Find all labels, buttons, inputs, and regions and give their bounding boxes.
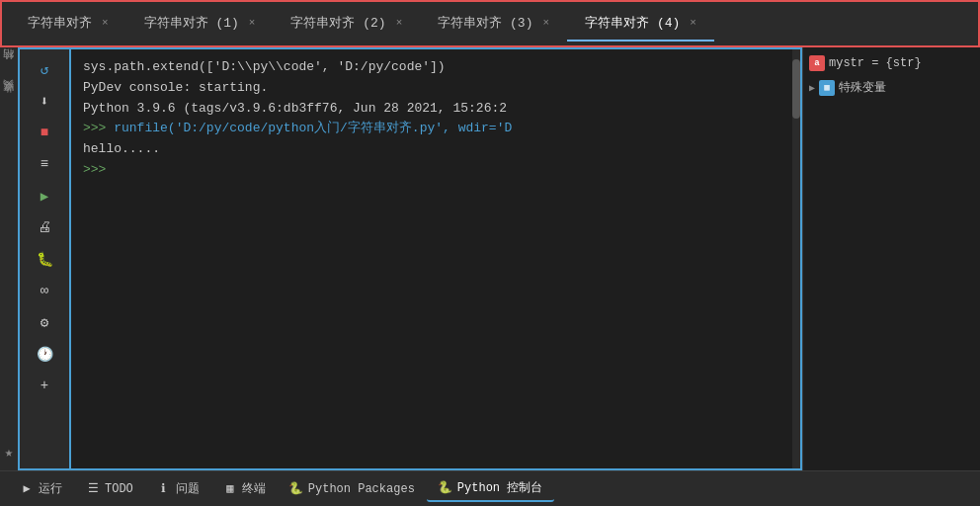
- tab-close-tab2[interactable]: ×: [249, 18, 256, 29]
- bottom-btn-label-4: Python Packages: [308, 482, 415, 496]
- run-button[interactable]: ▶: [29, 182, 60, 210]
- bottom-btn-label-2: 问题: [176, 480, 200, 497]
- tab-tab5[interactable]: 字符串对齐 (4)×: [567, 6, 714, 42]
- bottom-btn-icon-1: ☰: [86, 482, 100, 496]
- bottom-btn-icon-5: 🐍: [439, 481, 452, 495]
- loop-button[interactable]: ∞: [29, 277, 60, 304]
- tab-tab2[interactable]: 字符串对齐 (1)×: [126, 6, 274, 42]
- console-area: sys.path.extend(['D:\\py\\code', 'D:/py/…: [69, 47, 802, 470]
- console-output: sys.path.extend(['D:\\py\\code', 'D:/py/…: [71, 49, 800, 468]
- tab-label-tab3: 字符串对齐 (2): [290, 14, 385, 32]
- console-line-5: >>> runfile('D:/py/code/python入门/字符串对齐.p…: [83, 119, 788, 139]
- bottom-btn-2[interactable]: ℹ问题: [145, 476, 211, 501]
- tab-close-tab4[interactable]: ×: [542, 18, 549, 29]
- main-window: 字符串对齐×字符串对齐 (1)×字符串对齐 (2)×字符串对齐 (3)×字符串对…: [0, 0, 980, 506]
- console-line-4: Python 3.9.6 (tags/v3.9.6:db3ff76, Jun 2…: [83, 99, 788, 120]
- var-label: mystr = {str}: [829, 56, 922, 70]
- favorites-star-icon[interactable]: ★: [5, 444, 13, 461]
- console-scrollbar[interactable]: [792, 49, 800, 468]
- bottom-btn-label-0: 运行: [39, 480, 62, 497]
- bottom-btn-icon-0: ▶: [20, 482, 34, 496]
- left-toolbar: ↺⬇■≡▶🖨🐛∞⚙🕐+: [18, 47, 69, 470]
- bottom-btn-icon-2: ℹ: [157, 482, 171, 496]
- side-tab-0[interactable]: 结构: [2, 67, 17, 69]
- inner-content: ↺⬇■≡▶🖨🐛∞⚙🕐+ sys.path.extend(['D:\\py\\co…: [18, 47, 980, 470]
- bottom-btn-icon-4: 🐍: [289, 482, 303, 496]
- bottom-btn-3[interactable]: ▦终端: [211, 476, 278, 501]
- tab-close-tab5[interactable]: ×: [690, 18, 696, 29]
- history-button[interactable]: 🕐: [29, 340, 60, 368]
- tab-tab3[interactable]: 字符串对齐 (2)×: [273, 6, 420, 42]
- tab-label-tab5: 字符串对齐 (4): [585, 14, 680, 32]
- right-panel: a mystr = {str} ▶ ▦ 特殊变量: [802, 47, 980, 470]
- bottom-btn-label-5: Python 控制台: [457, 479, 542, 496]
- bottom-btn-icon-3: ▦: [223, 482, 237, 496]
- add-button[interactable]: +: [29, 372, 60, 399]
- settings-button[interactable]: ⚙: [29, 308, 60, 336]
- content-row: 结构收藏夹★ ↺⬇■≡▶🖨🐛∞⚙🕐+ sys.path.extend(['D:\…: [0, 47, 980, 470]
- var-type-icon: a: [809, 55, 825, 71]
- expand-arrow-icon: ▶: [809, 82, 815, 94]
- download-button[interactable]: ⬇: [29, 87, 60, 115]
- stop-button[interactable]: ■: [29, 119, 60, 146]
- debug-button[interactable]: 🐛: [29, 245, 60, 273]
- console-line-6: hello.....: [83, 139, 788, 160]
- bottom-btn-5[interactable]: 🐍Python 控制台: [427, 475, 554, 502]
- tab-tab1[interactable]: 字符串对齐×: [10, 6, 126, 42]
- print-button[interactable]: 🖨: [29, 213, 60, 241]
- console-line-8: >>>: [83, 160, 788, 181]
- bottom-btn-0[interactable]: ▶运行: [8, 476, 74, 501]
- tab-close-tab3[interactable]: ×: [396, 18, 403, 29]
- tab-bar: 字符串对齐×字符串对齐 (1)×字符串对齐 (2)×字符串对齐 (3)×字符串对…: [0, 0, 980, 47]
- tab-label-tab4: 字符串对齐 (3): [438, 14, 532, 32]
- special-vars-icon: ▦: [819, 80, 835, 96]
- tab-label-tab1: 字符串对齐: [28, 14, 92, 32]
- side-tab-1[interactable]: 收藏夹: [2, 99, 17, 102]
- special-vars-label: 特殊变量: [839, 79, 886, 96]
- var-item: a mystr = {str}: [809, 53, 974, 73]
- console-line-2: PyDev console: starting.: [83, 78, 788, 99]
- scrollbar-thumb[interactable]: [792, 59, 800, 119]
- special-vars-item[interactable]: ▶ ▦ 特殊变量: [809, 77, 974, 98]
- console-line-0: sys.path.extend(['D:\\py\\code', 'D:/py/…: [83, 57, 788, 78]
- bottom-btn-label-3: 终端: [242, 480, 266, 497]
- bottom-btn-label-1: TODO: [105, 482, 133, 496]
- tab-tab4[interactable]: 字符串对齐 (3)×: [420, 6, 567, 42]
- tab-close-tab1[interactable]: ×: [102, 18, 109, 29]
- bottom-btn-1[interactable]: ☰TODO: [74, 478, 145, 500]
- bottom-toolbar: ▶运行☰TODOℹ问题▦终端🐍Python Packages🐍Python 控制…: [0, 470, 980, 506]
- refresh-button[interactable]: ↺: [29, 55, 60, 83]
- tab-label-tab2: 字符串对齐 (1): [144, 14, 239, 32]
- list-button[interactable]: ≡: [29, 150, 60, 178]
- side-tabs-panel: 结构收藏夹★: [0, 47, 18, 470]
- bottom-btn-4[interactable]: 🐍Python Packages: [278, 478, 427, 500]
